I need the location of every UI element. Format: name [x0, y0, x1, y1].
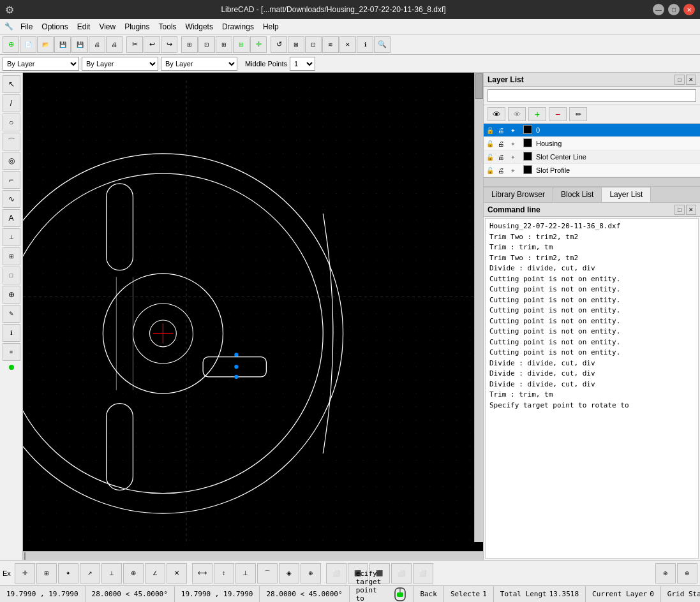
hatch-button[interactable]: ⊞ [3, 247, 20, 265]
new-template-button[interactable]: 📄 [20, 36, 36, 53]
arc-button[interactable]: ⌒ [3, 133, 20, 150]
cmd-panel-float-button[interactable]: □ [674, 205, 685, 215]
snap-center-button[interactable]: ⊕ [123, 563, 144, 584]
minimize-button[interactable]: — [653, 4, 664, 15]
menu-widgets[interactable]: Widgets [182, 21, 217, 33]
open-button[interactable]: 📂 [37, 36, 54, 53]
construction-icon[interactable]: ✦ [510, 128, 516, 134]
canvas-scrollbar-h[interactable] [23, 551, 483, 560]
layer-color-swatch[interactable] [523, 165, 532, 174]
scroll-thumb-h[interactable] [24, 552, 26, 560]
layer-row-0[interactable]: 🔓 🖨 ✦ 0 [484, 124, 700, 137]
print-icon[interactable]: 🖨 [498, 127, 504, 134]
undo-button[interactable]: ↩ [144, 36, 160, 53]
extra-btn2[interactable]: ⊕ [677, 563, 697, 584]
info-button[interactable]: ℹ [357, 36, 373, 53]
tab-library-browser[interactable]: Library Browser [484, 187, 553, 202]
print-button[interactable]: 🖨 [89, 36, 105, 53]
layer-panel-float-button[interactable]: □ [674, 75, 685, 85]
close-button[interactable]: ✕ [683, 4, 695, 15]
snap-near-button[interactable]: ◈ [279, 563, 299, 584]
info2-button[interactable]: ℹ [3, 324, 20, 342]
scale-button[interactable]: ≋ [322, 36, 339, 53]
snap-intersection-button[interactable]: ✕ [167, 563, 187, 584]
layer-name-0[interactable]: 0 [533, 124, 700, 137]
layer-row-slotprofile[interactable]: 🔓 🖨 ✦ Slot Profile [484, 164, 700, 177]
layer-name-housing[interactable]: Housing [533, 137, 700, 150]
screen-btn4[interactable]: ⬜ [391, 563, 412, 584]
menu-edit[interactable]: Edit [73, 21, 94, 33]
zoom-in-button[interactable]: 🔍 [374, 36, 391, 53]
add-layer-button[interactable]: + [528, 107, 546, 121]
polyline-button[interactable]: ⌐ [3, 171, 20, 189]
print-icon[interactable]: 🖨 [498, 140, 504, 147]
snap-ortho-button[interactable]: ⊕ [301, 563, 321, 584]
layer-name-slotcenterline[interactable]: Slot Center Line [533, 150, 700, 164]
tab-block-list[interactable]: Block List [553, 187, 602, 202]
print-icon[interactable]: 🖨 [498, 167, 504, 174]
modify-button[interactable]: ✎ [3, 305, 20, 323]
canvas-scrollbar-v[interactable] [474, 73, 483, 542]
hide-all-button[interactable]: 👁 [508, 107, 526, 121]
construction-icon[interactable]: ✦ [510, 168, 516, 174]
layer-color-swatch[interactable] [523, 125, 532, 134]
layer-row-housing[interactable]: 🔓 🖨 ✦ Housing [484, 137, 700, 150]
save-button[interactable]: 💾 [54, 36, 71, 53]
cad-canvas[interactable] [23, 73, 483, 551]
snap-midpoint-button[interactable]: ⊥ [101, 563, 122, 584]
print-preview-button[interactable]: 🖨 [106, 36, 123, 53]
dimension-button[interactable]: ⊥ [3, 228, 20, 246]
layer-color-swatch[interactable] [523, 138, 532, 147]
scroll-thumb-v[interactable] [475, 73, 483, 99]
layer-button[interactable]: ≡ [3, 343, 20, 361]
save-as-button[interactable]: 💾 [71, 36, 88, 53]
layer-panel-close-button[interactable]: ✕ [686, 75, 696, 85]
print-icon[interactable]: 🖨 [498, 154, 504, 161]
zoom-button[interactable]: ⊕ [3, 286, 20, 304]
zoom-window-button[interactable]: ⊞ [216, 36, 232, 53]
menu-options[interactable]: Options [38, 21, 71, 33]
screen-btn[interactable]: ⬜ [326, 563, 346, 584]
menu-plugins[interactable]: Plugins [121, 21, 153, 33]
new-button[interactable]: ⊕ [3, 36, 19, 53]
snap-crosshair-button[interactable]: ✛ [15, 563, 35, 584]
snap-endpoint-button[interactable]: ↗ [80, 563, 100, 584]
zoom-fit-button[interactable]: ⊞ [181, 36, 198, 53]
snap-angle-button[interactable]: ∠ [145, 563, 165, 584]
edit-layer-button[interactable]: ✏ [569, 107, 587, 121]
color-select[interactable]: By Layer [3, 57, 79, 71]
rotate-button[interactable]: ↺ [271, 36, 287, 53]
lock-icon[interactable]: 🔓 [486, 140, 494, 147]
layer-row-slotcenterline[interactable]: 🔓 🖨 ✦ Slot Center Line [484, 150, 700, 164]
zoom-fit2-button[interactable]: ⊡ [198, 36, 215, 53]
linetype-select[interactable]: By Layer [161, 57, 237, 71]
move-button[interactable]: ⊡ [305, 36, 322, 53]
lock-icon[interactable]: 🔓 [486, 154, 494, 161]
menu-drawings[interactable]: Drawings [218, 21, 258, 33]
snap-h-button[interactable]: ⟷ [192, 563, 212, 584]
layer-search-input[interactable] [488, 89, 696, 102]
menu-help[interactable]: Help [259, 21, 283, 33]
extra-btn1[interactable]: ⊕ [655, 563, 676, 584]
show-all-button[interactable]: 👁 [488, 107, 505, 121]
layer-scrollbar-h[interactable] [484, 177, 700, 186]
lock-icon[interactable]: 🔓 [486, 127, 494, 134]
cut-button[interactable]: ✂ [126, 36, 143, 53]
remove-layer-button[interactable]: − [549, 107, 567, 121]
grid-toggle-button[interactable]: ⊞ [233, 36, 249, 53]
redo-button[interactable]: ↪ [161, 36, 177, 53]
layer-color-swatch[interactable] [523, 152, 532, 161]
snap-value-select[interactable]: 1 [290, 57, 315, 71]
tab-layer-list[interactable]: Layer List [602, 187, 651, 202]
maximize-button[interactable]: □ [668, 4, 680, 15]
select-button[interactable]: ↖ [3, 75, 20, 93]
lock-icon[interactable]: 🔓 [486, 167, 494, 174]
construction-icon[interactable]: ✦ [510, 154, 516, 161]
spline-button[interactable]: ∿ [3, 190, 20, 208]
snap-tangent-button[interactable]: ⌒ [257, 563, 278, 584]
snap-symbol-button[interactable]: ✦ [58, 563, 78, 584]
snap-v-button[interactable]: ↕ [214, 563, 234, 584]
insert-button[interactable]: □ [3, 267, 20, 284]
menu-tools[interactable]: Tools [155, 21, 181, 33]
menu-view[interactable]: View [95, 21, 119, 33]
